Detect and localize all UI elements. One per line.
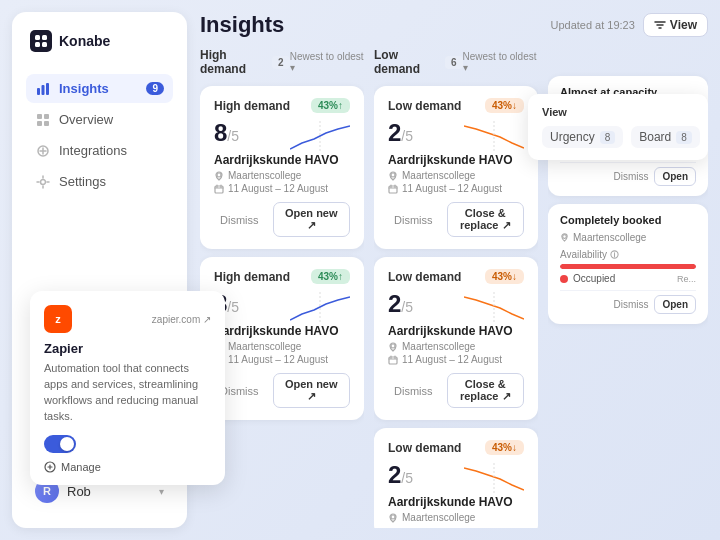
open-new-button[interactable]: Open new ↗ xyxy=(273,202,351,237)
dismiss-button[interactable]: Dismiss xyxy=(388,210,439,230)
card-actions: Dismiss Open new ↗ xyxy=(214,202,350,237)
mini-chart xyxy=(290,292,350,322)
card-subject: Aardrijkskunde HAVO xyxy=(214,324,350,338)
card-score-row: 2 /5 xyxy=(388,461,524,495)
insights-badge: 9 xyxy=(146,82,164,95)
view-button[interactable]: View xyxy=(643,13,708,37)
panel-open-button[interactable]: Open xyxy=(654,295,696,314)
open-new-button[interactable]: Open new ↗ xyxy=(273,373,351,408)
completely-booked-card: Completely booked Maartenscollege Availa… xyxy=(548,204,708,324)
panel-actions: Dismiss Open xyxy=(560,167,696,186)
avail-bar xyxy=(560,264,696,269)
sidebar-item-settings[interactable]: Settings xyxy=(26,167,173,196)
avail-bar-fill xyxy=(560,264,696,269)
mini-chart xyxy=(464,121,524,151)
sidebar-item-overview[interactable]: Overview xyxy=(26,105,173,134)
sidebar-item-integrations[interactable]: Integrations xyxy=(26,136,173,165)
panel-dismiss-button[interactable]: Dismiss xyxy=(613,299,648,310)
gear-icon xyxy=(35,174,50,189)
zapier-toggle[interactable] xyxy=(44,435,76,453)
zapier-manage[interactable]: Manage xyxy=(44,461,211,473)
panel-open-button[interactable]: Open xyxy=(654,167,696,186)
high-demand-sort[interactable]: Newest to oldest ▾ xyxy=(290,51,364,73)
mini-chart xyxy=(464,292,524,322)
svg-rect-8 xyxy=(44,114,49,119)
svg-rect-9 xyxy=(37,121,42,126)
low-demand-col-header: Low demand 6 Newest to oldest ▾ xyxy=(374,48,538,76)
svg-rect-7 xyxy=(37,114,42,119)
page-title: Insights xyxy=(200,12,284,38)
card-subject: Aardrijkskunde HAVO xyxy=(388,324,524,338)
low-demand-sort[interactable]: Newest to oldest ▾ xyxy=(463,51,538,73)
logo-text: Konabe xyxy=(59,33,110,49)
high-demand-col-header: High demand 2 Newest to oldest ▾ xyxy=(200,48,364,76)
view-dropdown: View Urgency 8 Board 8 xyxy=(528,94,708,160)
card-label: Low demand xyxy=(388,270,461,284)
card-score: 2 /5 xyxy=(388,119,413,147)
card-score: 8 /5 xyxy=(214,119,239,147)
panel-location: Maartenscollege xyxy=(560,232,696,243)
occupied-row: Occupied Re... xyxy=(560,273,696,284)
svg-rect-1 xyxy=(42,35,47,40)
zapier-description: Automation tool that connects apps and s… xyxy=(44,361,211,425)
calendar-icon xyxy=(214,184,224,194)
card-location: Maartenscollege xyxy=(388,341,524,352)
calendar-icon xyxy=(388,355,398,365)
grid-icon xyxy=(35,112,50,127)
chevron-down-icon: ▾ xyxy=(159,486,164,497)
close-replace-button[interactable]: Close & replace ↗ xyxy=(447,373,525,408)
location-icon xyxy=(388,513,398,523)
svg-point-23 xyxy=(391,344,395,348)
header: Insights Updated at 19:23 View xyxy=(200,12,708,38)
svg-point-26 xyxy=(391,515,395,519)
high-demand-count: 2 xyxy=(272,56,290,69)
location-icon xyxy=(214,171,224,181)
panel-card-title: Completely booked xyxy=(560,214,696,226)
svg-rect-2 xyxy=(35,42,40,47)
mini-chart xyxy=(290,121,350,151)
calendar-icon xyxy=(388,184,398,194)
sidebar-item-integrations-label: Integrations xyxy=(59,143,127,158)
card-label: Low demand xyxy=(388,441,461,455)
close-replace-button[interactable]: Close & replace ↗ xyxy=(447,202,525,237)
logo-icon xyxy=(30,30,52,52)
logo-area: Konabe xyxy=(26,30,173,52)
dismiss-button[interactable]: Dismiss xyxy=(388,381,439,401)
svg-point-29 xyxy=(563,235,567,239)
occupied-dot xyxy=(560,275,568,283)
location-icon xyxy=(560,233,569,242)
low-demand-count: 6 xyxy=(445,56,463,69)
sidebar-item-insights-label: Insights xyxy=(59,81,109,96)
board-option[interactable]: Board 8 xyxy=(631,126,700,148)
card-subject: Aardrijkskunde HAVO xyxy=(388,495,524,509)
svg-rect-0 xyxy=(35,35,40,40)
card-top: Low demand 43%↓ xyxy=(388,440,524,455)
urgency-option[interactable]: Urgency 8 xyxy=(542,126,623,148)
card-top: High demand 43%↑ xyxy=(214,269,350,284)
svg-rect-3 xyxy=(42,42,47,47)
card-subject: Aardrijkskunde HAVO xyxy=(214,153,350,167)
panel-dismiss-button[interactable]: Dismiss xyxy=(613,171,648,182)
header-right: Updated at 19:23 View xyxy=(550,13,708,37)
sidebar-item-settings-label: Settings xyxy=(59,174,106,189)
main-content: Insights Updated at 19:23 View High dema… xyxy=(200,12,708,528)
card-badge: 43%↓ xyxy=(485,269,524,284)
svg-rect-24 xyxy=(389,357,397,364)
manage-icon xyxy=(44,461,56,473)
dismiss-button[interactable]: Dismiss xyxy=(214,210,265,230)
location-icon xyxy=(388,342,398,352)
sidebar-item-overview-label: Overview xyxy=(59,112,113,127)
sidebar-item-insights[interactable]: Insights 9 xyxy=(26,74,173,103)
card-score: 2 /5 xyxy=(388,290,413,318)
dropdown-options: Urgency 8 Board 8 xyxy=(542,126,694,148)
card-location: Maartenscollege xyxy=(214,170,350,181)
zapier-domain[interactable]: zapier.com ↗ xyxy=(152,314,211,325)
card-location: Maartenscollege xyxy=(214,341,350,352)
divider xyxy=(560,290,696,291)
low-demand-column: Low demand 6 Newest to oldest ▾ Low dema… xyxy=(374,48,538,528)
svg-rect-6 xyxy=(46,83,49,95)
card-dates: 11 August – 12 August xyxy=(214,183,350,194)
card-badge: 43%↑ xyxy=(311,269,350,284)
card-top: Low demand 43%↓ xyxy=(388,98,524,113)
card-location: Maartenscollege xyxy=(388,170,524,181)
